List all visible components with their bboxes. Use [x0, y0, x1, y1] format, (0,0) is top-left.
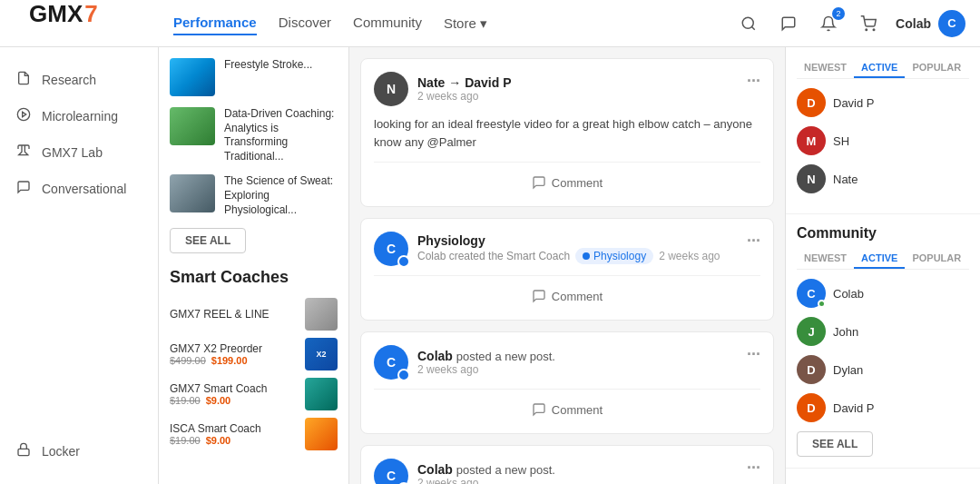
- tab-popular[interactable]: POPULAR: [905, 58, 968, 78]
- svg-rect-5: [18, 449, 29, 455]
- sidebar-item-locker[interactable]: Locker: [0, 433, 158, 469]
- post-meta: Colab posted a new post. 2 weeks ago: [417, 349, 555, 376]
- post-author: Physiology: [417, 233, 720, 248]
- smart-coaches-title: Smart Coaches: [170, 268, 338, 287]
- post-more-button[interactable]: ···: [747, 459, 760, 478]
- colab-badge: [397, 369, 410, 381]
- search-icon[interactable]: [736, 11, 761, 36]
- post-time: 2 weeks ago: [417, 363, 555, 376]
- community-tab-newest[interactable]: NEWEST: [797, 249, 854, 269]
- article-item[interactable]: The Science of Sweat: Exploring Physiolo…: [170, 174, 338, 217]
- sidebar-item-conversational[interactable]: Conversational: [0, 171, 158, 207]
- coach-name: GMX7 Smart Coach: [170, 382, 305, 395]
- comment-button[interactable]: Comment: [374, 172, 760, 193]
- see-all-community-button[interactable]: SEE ALL: [797, 431, 873, 457]
- community-tab-active[interactable]: ACTIVE: [854, 249, 905, 269]
- user-list-item[interactable]: D David P: [797, 88, 969, 117]
- post-user-info: C Colab posted a new post. 2 weeks ago: [374, 459, 555, 484]
- coach-item-smart[interactable]: GMX7 Smart Coach $19.00 $9.00: [170, 378, 338, 410]
- coach-item-x2[interactable]: GMX7 X2 Preorder $499.00 $199.00 X2: [170, 338, 338, 370]
- sidebar-label-microlearning: Microlearning: [42, 109, 118, 123]
- article-item[interactable]: Freestyle Stroke...: [170, 58, 338, 96]
- svg-point-3: [17, 108, 29, 120]
- price-sale: $9.00: [206, 395, 231, 406]
- nav-discover[interactable]: Discover: [279, 11, 331, 35]
- notification-badge: 2: [832, 7, 845, 20]
- logo-area: GMX 7: [15, 0, 173, 46]
- coach-name: GMX7 X2 Preorder: [170, 342, 305, 355]
- post-subtitle: Colab created the Smart Coach: [417, 250, 570, 262]
- svg-marker-4: [23, 112, 26, 116]
- post-time: 2 weeks ago: [659, 250, 720, 262]
- community-user-item[interactable]: D David P: [797, 393, 969, 422]
- coach-thumb: [305, 298, 338, 331]
- message-icon[interactable]: [776, 11, 801, 36]
- comment-button[interactable]: Comment: [374, 399, 760, 420]
- coach-item-reel[interactable]: GMX7 REEL & LINE: [170, 298, 338, 331]
- coach-prices: $19.00 $9.00: [170, 395, 305, 406]
- user-list-item[interactable]: N Nate: [797, 164, 969, 193]
- post-header: N Nate → David P 2 weeks ago ···: [374, 72, 760, 106]
- coach-thumb: [305, 378, 338, 410]
- community-user-item[interactable]: J John: [797, 317, 969, 346]
- username: SH: [833, 134, 849, 148]
- svg-point-0: [742, 17, 753, 28]
- colab-badge: [397, 255, 410, 268]
- tab-newest[interactable]: NEWEST: [797, 58, 854, 78]
- price-sale: $9.00: [206, 435, 231, 446]
- nav-community[interactable]: Community: [353, 11, 422, 35]
- user-list-item[interactable]: M SH: [797, 126, 969, 155]
- nav-store[interactable]: Store ▾: [444, 11, 487, 35]
- sidebar-item-microlearning[interactable]: Microlearning: [0, 98, 158, 134]
- user-menu[interactable]: Colab C: [896, 10, 965, 37]
- chevron-down-icon: ▾: [480, 15, 487, 32]
- tab-active[interactable]: ACTIVE: [854, 58, 905, 78]
- post-meta: Colab posted a new post. 2 weeks ago: [417, 462, 555, 484]
- comment-button[interactable]: Comment: [374, 285, 760, 307]
- sidebar-label-gmx7lab: GMX7 Lab: [42, 145, 103, 160]
- coach-prices: $19.00 $9.00: [170, 435, 305, 446]
- user-avatar: D: [797, 393, 826, 422]
- user-avatar: D: [797, 355, 826, 384]
- user-avatar: D: [797, 88, 826, 117]
- username: David P: [833, 96, 875, 110]
- post-avatar: C: [374, 459, 408, 484]
- community-user-item[interactable]: C Colab: [797, 279, 969, 308]
- middle-feed: N Nate → David P 2 weeks ago ··· looking…: [349, 47, 785, 484]
- post-avatar-wrap: C: [374, 345, 408, 380]
- post-more-button[interactable]: ···: [747, 72, 760, 91]
- price-original: $19.00: [170, 435, 201, 446]
- logo-7: 7: [84, 0, 97, 28]
- post-meta: Physiology Colab created the Smart Coach…: [417, 233, 720, 264]
- article-thumb: [170, 174, 215, 212]
- comment-label: Comment: [552, 176, 603, 190]
- community-tab-popular[interactable]: POPULAR: [905, 249, 968, 269]
- community-user-item[interactable]: D Dylan: [797, 355, 969, 384]
- sidebar-item-gmx7lab[interactable]: GMX7 Lab: [0, 134, 158, 171]
- user-avatar: N: [797, 164, 826, 193]
- post-avatar-wrap: C: [374, 232, 408, 266]
- cart-icon[interactable]: [856, 11, 881, 36]
- right-section-users: NEWEST ACTIVE POPULAR D David P M SH N N…: [786, 47, 980, 214]
- notification-icon[interactable]: 2: [816, 11, 841, 36]
- post-divider: [374, 389, 760, 390]
- nav-performance[interactable]: Performance: [173, 11, 257, 35]
- coach-item-isca[interactable]: ISCA Smart Coach $19.00 $9.00: [170, 418, 338, 450]
- username: Colab: [833, 287, 864, 301]
- post-more-button[interactable]: ···: [747, 345, 760, 364]
- article-item[interactable]: Data-Driven Coaching: Analytics is Trans…: [170, 107, 338, 163]
- user-avatar: J: [797, 317, 826, 346]
- sidebar-item-research[interactable]: Research: [0, 62, 158, 98]
- see-all-articles-button[interactable]: SEE ALL: [170, 228, 246, 253]
- post-author: Colab posted a new post.: [417, 349, 555, 363]
- coach-prices: $499.00 $199.00: [170, 355, 305, 366]
- sidebar-label-research: Research: [42, 73, 96, 87]
- post-time: 2 weeks ago: [417, 477, 555, 484]
- post-more-button[interactable]: ···: [747, 232, 760, 251]
- chat-icon: [15, 180, 33, 198]
- research-icon: [15, 71, 33, 89]
- nav-right: 2 Colab C: [736, 10, 965, 37]
- comment-label: Comment: [552, 403, 603, 417]
- article-thumb: [170, 58, 215, 96]
- right-section-community: Community NEWEST ACTIVE POPULAR C Colab …: [786, 214, 980, 469]
